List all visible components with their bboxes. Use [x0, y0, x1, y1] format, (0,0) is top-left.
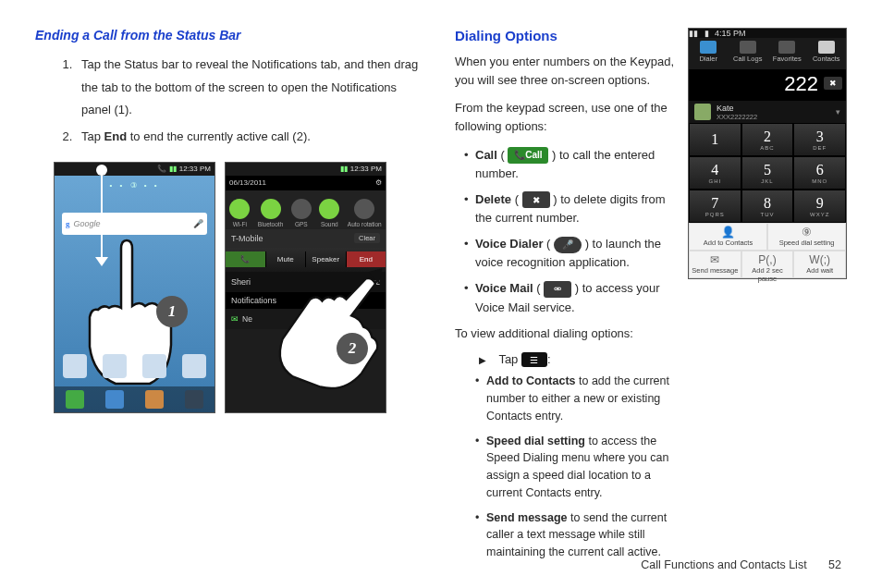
- key-1: 1: [689, 123, 741, 156]
- clear-button: Clear: [354, 233, 380, 243]
- voicemail-icon: ⚮: [544, 281, 571, 298]
- heading-ending-call: Ending a Call from the Status Bar: [35, 28, 427, 43]
- page-indicator: • • ③ • •: [55, 181, 214, 190]
- para-intro: When you enter numbers on the Keypad, yo…: [455, 53, 675, 90]
- menu-item: P(,)Add 2 sec pause: [741, 251, 794, 278]
- status-bar: 📞 ▮▮ 12:33 PM: [55, 163, 214, 176]
- tab-dialer: Dialer: [689, 38, 729, 69]
- phone-dialer-screenshot: ▮▮ ▮ 4:15 PM Dialer Call Logs Favorites …: [688, 28, 847, 569]
- call-button-icon: 📞 Call: [508, 147, 548, 164]
- step2-pre: Tap: [81, 129, 104, 143]
- menu-row-1: 👤Add to Contacts⑨Speed dial setting: [689, 223, 846, 251]
- clock: 12:33 PM: [179, 165, 211, 173]
- key-9: 9WXYZ: [793, 190, 846, 223]
- heading-dialing-options: Dialing Options: [455, 28, 675, 43]
- avatar: [694, 104, 711, 120]
- clock: 4:15 PM: [715, 29, 746, 38]
- dock: [55, 386, 214, 412]
- callout-2: 2: [337, 333, 368, 364]
- sub-add-contacts: Add to Contacts to add the current numbe…: [475, 373, 675, 424]
- caller-name: Sheri: [231, 277, 251, 287]
- date: 06/13/2011: [229, 178, 266, 187]
- para-additional: To view additional dialing options:: [455, 325, 675, 343]
- search-placeholder: Google: [74, 219, 101, 228]
- status-bar: ▮▮ ▮ 4:15 PM: [689, 29, 846, 38]
- signal-icon: ▮▮: [689, 29, 698, 38]
- contact-number: XXX2222222: [717, 113, 757, 121]
- key-7: 7PQRS: [689, 190, 741, 223]
- step-2: Tap End to end the currently active call…: [76, 126, 427, 149]
- contact-name: Kate: [717, 104, 757, 113]
- quick-toggles: Wi-Fi Bluetooth GPS Sound Auto rotation: [226, 190, 386, 229]
- bullet-delete: Delete ( ✖ ) to delete digits from the c…: [464, 190, 675, 227]
- phone-notifications-screenshot: ▮▮ 12:33 PM 06/13/2011 ⚙ Wi-Fi Bluetooth…: [225, 162, 386, 413]
- footer-section: Call Functions and Contacts List: [641, 558, 806, 571]
- toggle-wifi: Wi-Fi: [229, 199, 250, 227]
- tap-menu-line: Tap ☰:: [455, 352, 675, 368]
- clock: 12:33 PM: [350, 165, 382, 173]
- keypad: 12ABC3DEF4GHI5JKL6MNO7PQRS8TUV9WXYZ: [689, 123, 846, 223]
- backspace-icon: ✖: [824, 77, 842, 90]
- battery-icon: ▮: [704, 29, 709, 38]
- mic-icon: 🎤: [193, 219, 203, 228]
- screenshot-row: 📞 ▮▮ 12:33 PM • • ③ • • g Google 🎤 1: [35, 162, 427, 413]
- menu-item: 👤Add to Contacts: [689, 223, 767, 251]
- carrier-label: T-Mobile: [231, 234, 263, 243]
- toggle-bluetooth: Bluetooth: [258, 199, 283, 227]
- call-icon: 📞: [226, 251, 266, 267]
- toggle-rotation: Auto rotation: [348, 199, 382, 227]
- key-5: 5JKL: [741, 156, 794, 190]
- chevron-down-icon: ▾: [836, 107, 840, 116]
- menu-icon: ☰: [521, 352, 547, 367]
- dial-number-display: 222 ✖: [689, 69, 846, 101]
- status-bar: ▮▮ 12:33 PM: [226, 163, 386, 176]
- callout-1: 1: [156, 296, 188, 327]
- signal-icon: ▮▮: [340, 165, 348, 173]
- dialer-tabs: Dialer Call Logs Favorites Contacts: [689, 38, 846, 69]
- step-1: Tap the Status bar to reveal the Notific…: [76, 54, 427, 122]
- app-icon: [142, 354, 166, 378]
- contact-suggestion: Kate XXX2222222 ▾: [689, 101, 846, 123]
- app-icon: [103, 354, 127, 378]
- dock-contacts-icon: [105, 390, 124, 409]
- bullet-voice-dialer: Voice Dialer ( 🎤 ) to launch the voice r…: [464, 235, 675, 272]
- tab-favorites: Favorites: [767, 38, 807, 69]
- settings-icon: ⚙: [375, 178, 382, 187]
- phone-home-screenshot: 📞 ▮▮ 12:33 PM • • ③ • • g Google 🎤 1: [54, 162, 215, 413]
- msg-icon: ✉: [231, 314, 239, 324]
- page-number: 52: [828, 558, 841, 571]
- app-icon: [182, 354, 206, 378]
- dock-phone-icon: [66, 390, 84, 409]
- key-8: 8TUV: [741, 190, 794, 223]
- bullet-call: Call ( 📞 Call ) to call the entered numb…: [464, 146, 675, 183]
- key-3: 3DEF: [793, 123, 846, 156]
- phone-icon: 📞: [157, 165, 166, 173]
- key-4: 4GHI: [689, 156, 741, 190]
- page-footer: Call Functions and Contacts List 52: [641, 558, 841, 571]
- toggle-sound: Sound: [319, 199, 339, 227]
- search-widget: g Google 🎤: [62, 213, 207, 235]
- bullet-voice-mail: Voice Mail ( ⚮ ) to access your Voice Ma…: [464, 279, 675, 316]
- step2-bold: End: [104, 129, 128, 143]
- menu-item: ⑨Speed dial setting: [767, 223, 846, 251]
- toggle-gps: GPS: [291, 199, 312, 227]
- menu-item: ✉Send message: [689, 251, 741, 278]
- key-2: 2ABC: [741, 123, 794, 156]
- date-bar: 06/13/2011 ⚙: [226, 176, 386, 190]
- step2-post: to end the currently active call (2).: [127, 129, 311, 143]
- google-g-icon: g: [66, 219, 70, 228]
- app-row: [55, 348, 214, 385]
- carrier-row: T-Mobile Clear: [226, 229, 386, 248]
- dock-messaging-icon: [145, 390, 164, 409]
- mic-icon: 🎤: [554, 237, 582, 253]
- key-6: 6MNO: [793, 156, 846, 190]
- dock-apps-icon: [185, 390, 203, 409]
- tab-contacts: Contacts: [807, 38, 847, 69]
- menu-row-2: ✉Send messageP(,)Add 2 sec pauseW(;)Add …: [689, 251, 846, 278]
- tab-call-logs: Call Logs: [729, 38, 768, 69]
- sub-send-message: Send message to send the current caller …: [475, 509, 675, 561]
- para-from-keypad: From the keypad screen, use one of the f…: [455, 99, 675, 136]
- sub-speed-dial: Speed dial setting to access the Speed D…: [475, 433, 675, 502]
- signal-icon: ▮▮: [169, 165, 177, 173]
- menu-item: W(;)Add wait: [793, 251, 846, 278]
